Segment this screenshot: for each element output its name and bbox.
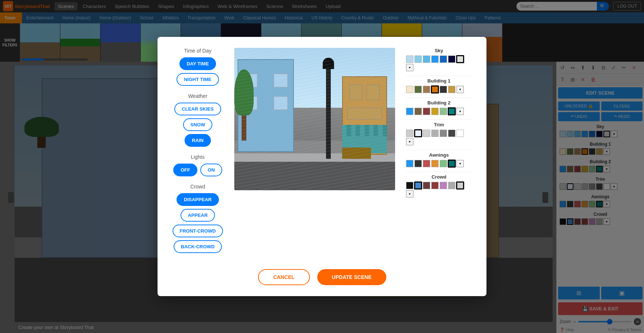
mr-b1-5[interactable] <box>440 86 447 93</box>
lights-off-button[interactable]: OFF <box>173 164 197 176</box>
mr-b2-selected[interactable] <box>448 108 455 115</box>
sp-window2 <box>274 74 288 87</box>
sp-lamp-head <box>323 58 334 69</box>
mr-b2-2[interactable] <box>414 108 422 115</box>
sp-tree <box>234 69 254 141</box>
sp-awning <box>342 125 387 136</box>
mr-awn-selected[interactable] <box>448 160 455 167</box>
mr-awn-5[interactable] <box>440 160 447 167</box>
sp-tree-trunk <box>242 115 246 140</box>
modal-b1-colors: ▼ <box>406 86 472 93</box>
mr-crowd-5[interactable] <box>440 182 447 189</box>
mr-crowd-selected2[interactable] <box>457 182 464 189</box>
mr-b2-4[interactable] <box>431 108 439 115</box>
modal-sky-section: Sky ▼ <box>406 48 472 71</box>
lights-section: Lights OFF ON <box>172 154 223 176</box>
modal-awnings-section: Awnings ▼ <box>406 152 472 167</box>
mr-sky-selected[interactable] <box>457 56 464 63</box>
lights-buttons: OFF ON <box>172 164 223 176</box>
night-time-button[interactable]: NIGHT TIME <box>177 73 219 86</box>
mr-b2-dd[interactable]: ▼ <box>457 108 464 115</box>
modal-overlay[interactable]: Time of Day DAY TIME NIGHT TIME Weather … <box>0 0 644 333</box>
scene-options-modal: Time of Day DAY TIME NIGHT TIME Weather … <box>158 37 486 296</box>
appear-button[interactable]: APPEAR <box>181 209 215 222</box>
weather-section: Weather CLEAR SKIES SNOW RAIN <box>172 93 223 147</box>
time-of-day-title: Time of Day <box>172 48 223 54</box>
mr-sky-4[interactable] <box>431 56 439 63</box>
sp-b2-window2 <box>367 85 380 100</box>
mr-sky-6[interactable] <box>448 56 455 63</box>
mr-crowd-4[interactable] <box>431 182 439 189</box>
modal-awn-colors: ▼ <box>406 160 472 167</box>
mr-awn-4[interactable] <box>431 160 439 167</box>
mr-b1-dd[interactable]: ▼ <box>457 86 464 93</box>
mr-trim-dd[interactable]: ▼ <box>406 138 413 145</box>
mr-sky-5[interactable] <box>440 56 447 63</box>
sp-window4 <box>274 96 288 110</box>
mr-b1-1[interactable] <box>406 86 413 93</box>
modal-trim-section: Trim ▼ <box>406 122 472 145</box>
mr-awn-2[interactable] <box>414 160 422 167</box>
mr-sky-1[interactable] <box>406 56 413 63</box>
modal-crowd-section: Crowd ▼ <box>406 174 472 198</box>
mr-awn-3[interactable] <box>423 160 430 167</box>
mr-b2-3[interactable] <box>423 108 430 115</box>
rain-button[interactable]: RAIN <box>185 134 211 147</box>
snow-button[interactable]: SNOW <box>183 118 212 131</box>
mr-sky-3[interactable] <box>423 56 430 63</box>
mr-crowd-3[interactable] <box>423 182 430 189</box>
mr-trim-3[interactable] <box>423 130 430 137</box>
mr-trim-selected[interactable] <box>414 130 422 137</box>
modal-cancel-button[interactable]: CANCEL <box>258 269 310 285</box>
weather-title: Weather <box>172 93 223 99</box>
mr-b1-2[interactable] <box>414 86 422 93</box>
mr-awn-dd[interactable]: ▼ <box>457 160 464 167</box>
time-of-day-section: Time of Day DAY TIME NIGHT TIME <box>172 48 223 86</box>
sp-lamp <box>326 59 331 159</box>
modal-trim-colors: ▼ <box>406 130 472 145</box>
modal-color-panel: Sky ▼ Building 1 <box>406 48 472 260</box>
mr-divider-5 <box>406 172 472 172</box>
mr-b2-1[interactable] <box>406 108 413 115</box>
modal-building1-label: Building 1 <box>406 78 472 84</box>
mr-b2-5[interactable] <box>440 108 447 115</box>
mr-divider-1 <box>406 76 472 76</box>
mr-trim-6[interactable] <box>448 130 455 137</box>
modal-building2-label: Building 2 <box>406 100 472 106</box>
mr-b1-3[interactable] <box>423 86 430 93</box>
day-time-button[interactable]: DAY TIME <box>179 57 216 70</box>
modal-trim-label: Trim <box>406 122 472 127</box>
mr-b1-6[interactable] <box>448 86 455 93</box>
mr-crowd-6[interactable] <box>448 182 455 189</box>
mr-awn-1[interactable] <box>406 160 413 167</box>
modal-scene-preview-container <box>234 48 395 260</box>
mr-divider-3 <box>406 119 472 120</box>
mr-trim-4[interactable] <box>431 130 439 137</box>
sp-road <box>234 162 395 190</box>
modal-scene-preview <box>234 48 395 190</box>
mr-b1-selected[interactable] <box>431 86 439 93</box>
mr-trim-white[interactable] <box>457 130 464 137</box>
clear-skies-button[interactable]: CLEAR SKIES <box>174 103 221 115</box>
mr-sky-2[interactable] <box>414 56 422 63</box>
mr-crowd-dd[interactable]: ▼ <box>406 190 413 198</box>
crowd-section: Crowd DISAPPEAR APPEAR FRONT-CROWD BACK-… <box>172 184 223 253</box>
lights-on-button[interactable]: ON <box>200 164 222 176</box>
modal-awnings-label: Awnings <box>406 152 472 158</box>
mr-crowd-selected[interactable] <box>414 182 422 189</box>
mr-crowd-1[interactable] <box>406 182 413 189</box>
weather-buttons: CLEAR SKIES SNOW RAIN <box>172 103 223 147</box>
front-crowd-button[interactable]: FRONT-CROWD <box>173 225 223 237</box>
back-crowd-button[interactable]: BACK-CROWD <box>174 240 222 253</box>
modal-update-button[interactable]: UPDATE SCENE <box>317 269 386 285</box>
lights-title: Lights <box>172 154 223 160</box>
mr-trim-1[interactable] <box>406 130 413 137</box>
disappear-button[interactable]: DISAPPEAR <box>177 193 219 206</box>
mr-trim-5[interactable] <box>440 130 447 137</box>
mr-sky-dd[interactable]: ▼ <box>406 64 413 71</box>
sp-tree-crown <box>234 69 254 116</box>
mr-divider-4 <box>406 150 472 150</box>
modal-crowd-label: Crowd <box>406 174 472 180</box>
crowd-buttons: DISAPPEAR APPEAR FRONT-CROWD BACK-CROWD <box>172 193 223 253</box>
modal-crowd-colors: ▼ <box>406 182 472 198</box>
